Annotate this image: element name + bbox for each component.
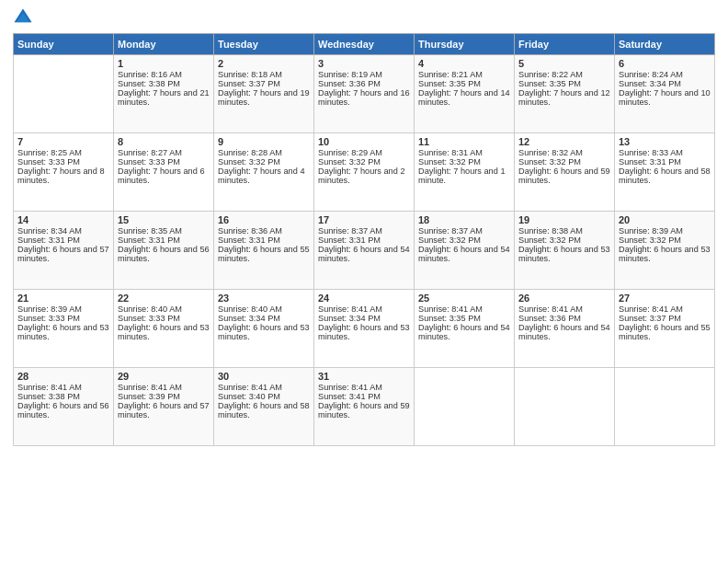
daylight-text: Daylight: 7 hours and 19 minutes. [218,88,310,107]
calendar-cell [415,368,515,446]
daylight-text: Daylight: 6 hours and 58 minutes. [218,401,310,419]
day-number: 22 [118,293,210,304]
daylight-text: Daylight: 6 hours and 54 minutes. [418,323,510,341]
calendar-week-1: 1Sunrise: 8:16 AMSunset: 3:38 PMDaylight… [14,55,715,133]
day-header-wednesday: Wednesday [314,34,415,55]
daylight-text: Daylight: 6 hours and 54 minutes. [318,245,410,263]
sunrise-text: Sunrise: 8:37 AM [418,226,483,236]
sunset-text: Sunset: 3:31 PM [118,236,180,245]
sunset-text: Sunset: 3:32 PM [619,236,681,245]
day-number: 7 [17,136,109,147]
day-number: 29 [118,371,210,382]
day-header-tuesday: Tuesday [214,34,314,55]
daylight-text: Daylight: 6 hours and 57 minutes. [118,401,210,419]
sunrise-text: Sunrise: 8:34 AM [17,226,82,236]
sunrise-text: Sunrise: 8:41 AM [418,304,483,314]
sunset-text: Sunset: 3:33 PM [118,157,180,167]
sunset-text: Sunset: 3:33 PM [17,157,80,167]
day-number: 1 [118,58,210,69]
sunset-text: Sunset: 3:35 PM [418,79,481,88]
daylight-text: Daylight: 6 hours and 53 minutes. [518,245,610,263]
calendar-cell: 18Sunrise: 8:37 AMSunset: 3:32 PMDayligh… [415,212,515,290]
logo-icon [13,7,33,28]
calendar-week-5: 28Sunrise: 8:41 AMSunset: 3:38 PMDayligh… [14,368,715,446]
day-number: 5 [518,58,610,69]
sunset-text: Sunset: 3:31 PM [218,236,280,245]
sunrise-text: Sunrise: 8:36 AM [218,226,282,236]
sunset-text: Sunset: 3:39 PM [118,392,180,401]
calendar-cell: 26Sunrise: 8:41 AMSunset: 3:36 PMDayligh… [515,290,615,368]
calendar-cell: 13Sunrise: 8:33 AMSunset: 3:31 PMDayligh… [615,133,715,212]
sunrise-text: Sunrise: 8:32 AM [518,148,583,157]
daylight-text: Daylight: 6 hours and 54 minutes. [518,323,610,341]
daylight-text: Daylight: 6 hours and 56 minutes. [17,401,109,419]
day-number: 28 [17,371,109,382]
sunrise-text: Sunrise: 8:35 AM [118,226,182,236]
calendar-week-2: 7Sunrise: 8:25 AMSunset: 3:33 PMDaylight… [14,133,715,212]
calendar-cell: 9Sunrise: 8:28 AMSunset: 3:32 PMDaylight… [214,133,314,212]
daylight-text: Daylight: 6 hours and 59 minutes. [318,401,410,419]
sunset-text: Sunset: 3:36 PM [318,79,381,88]
calendar-cell [14,55,114,133]
sunset-text: Sunset: 3:33 PM [17,314,80,323]
sunrise-text: Sunrise: 8:41 AM [318,304,382,314]
sunset-text: Sunset: 3:34 PM [218,314,280,323]
sunset-text: Sunset: 3:37 PM [218,79,280,88]
daylight-text: Daylight: 6 hours and 53 minutes. [218,323,310,341]
day-number: 9 [218,136,310,147]
sunrise-text: Sunrise: 8:33 AM [619,148,683,157]
sunset-text: Sunset: 3:32 PM [518,236,581,245]
sunrise-text: Sunrise: 8:41 AM [17,383,82,392]
sunset-text: Sunset: 3:33 PM [118,314,180,323]
calendar-week-4: 21Sunrise: 8:39 AMSunset: 3:33 PMDayligh… [14,290,715,368]
day-number: 16 [218,214,310,225]
calendar-cell: 17Sunrise: 8:37 AMSunset: 3:31 PMDayligh… [314,212,415,290]
calendar-cell: 7Sunrise: 8:25 AMSunset: 3:33 PMDaylight… [14,133,114,212]
daylight-text: Daylight: 7 hours and 12 minutes. [518,88,610,107]
sunrise-text: Sunrise: 8:29 AM [318,148,382,157]
sunset-text: Sunset: 3:40 PM [218,392,280,401]
day-number: 18 [418,214,510,225]
calendar-cell: 23Sunrise: 8:40 AMSunset: 3:34 PMDayligh… [214,290,314,368]
day-header-sunday: Sunday [14,34,114,55]
calendar-cell: 14Sunrise: 8:34 AMSunset: 3:31 PMDayligh… [14,212,114,290]
sunset-text: Sunset: 3:32 PM [418,236,481,245]
calendar-cell [615,368,715,446]
calendar-week-3: 14Sunrise: 8:34 AMSunset: 3:31 PMDayligh… [14,212,715,290]
daylight-text: Daylight: 6 hours and 57 minutes. [17,245,109,263]
calendar-header: SundayMondayTuesdayWednesdayThursdayFrid… [14,34,715,55]
sunrise-text: Sunrise: 8:37 AM [318,226,382,236]
calendar-cell: 10Sunrise: 8:29 AMSunset: 3:32 PMDayligh… [314,133,415,212]
day-number: 4 [418,58,510,69]
day-number: 25 [418,293,510,304]
calendar-cell: 31Sunrise: 8:41 AMSunset: 3:41 PMDayligh… [314,368,415,446]
calendar-cell: 29Sunrise: 8:41 AMSunset: 3:39 PMDayligh… [114,368,214,446]
sunrise-text: Sunrise: 8:41 AM [619,304,683,314]
calendar-cell: 22Sunrise: 8:40 AMSunset: 3:33 PMDayligh… [114,290,214,368]
day-number: 6 [619,58,711,69]
daylight-text: Daylight: 7 hours and 16 minutes. [318,88,410,107]
day-number: 3 [318,58,410,69]
daylight-text: Daylight: 7 hours and 2 minutes. [318,167,405,185]
calendar-cell: 11Sunrise: 8:31 AMSunset: 3:32 PMDayligh… [415,133,515,212]
sunset-text: Sunset: 3:32 PM [418,157,481,167]
daylight-text: Daylight: 6 hours and 58 minutes. [619,167,711,185]
calendar-cell: 5Sunrise: 8:22 AMSunset: 3:35 PMDaylight… [515,55,615,133]
sunset-text: Sunset: 3:36 PM [518,314,581,323]
sunrise-text: Sunrise: 8:18 AM [218,70,282,79]
daylight-text: Daylight: 7 hours and 14 minutes. [418,88,510,107]
sunrise-text: Sunrise: 8:28 AM [218,148,282,157]
calendar-cell: 2Sunrise: 8:18 AMSunset: 3:37 PMDaylight… [214,55,314,133]
sunrise-text: Sunrise: 8:41 AM [518,304,583,314]
calendar-cell: 20Sunrise: 8:39 AMSunset: 3:32 PMDayligh… [615,212,715,290]
sunrise-text: Sunrise: 8:40 AM [118,304,182,314]
sunrise-text: Sunrise: 8:27 AM [118,148,182,157]
day-number: 15 [118,214,210,225]
day-number: 30 [218,371,310,382]
daylight-text: Daylight: 7 hours and 1 minute. [418,167,506,185]
sunrise-text: Sunrise: 8:41 AM [318,383,382,392]
sunrise-text: Sunrise: 8:41 AM [118,383,182,392]
day-number: 17 [318,214,410,225]
calendar-cell: 12Sunrise: 8:32 AMSunset: 3:32 PMDayligh… [515,133,615,212]
day-number: 24 [318,293,410,304]
